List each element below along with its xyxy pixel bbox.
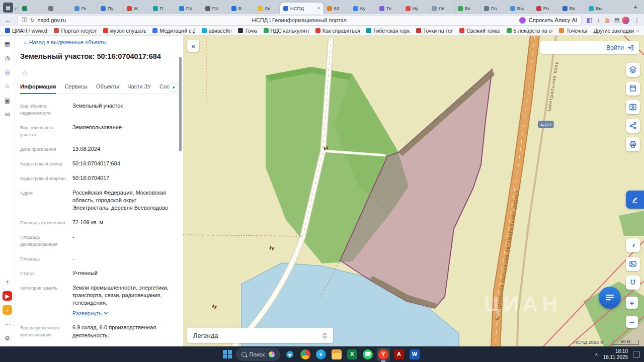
rail-icon[interactable]: ⚙ bbox=[3, 333, 12, 343]
print-button[interactable] bbox=[626, 137, 640, 151]
zoom-out-button[interactable]: − bbox=[626, 316, 638, 328]
browser-tab[interactable]: Вы bbox=[585, 3, 611, 14]
browser-tab[interactable]: Ве bbox=[454, 3, 480, 14]
new-tab-button[interactable]: + bbox=[631, 3, 640, 12]
url-text[interactable]: nspd.gov.ru bbox=[37, 17, 66, 23]
bookmark-item[interactable]: Как справиться с bbox=[315, 28, 360, 34]
browser-tab[interactable]: Ку bbox=[350, 3, 376, 14]
omnibox[interactable]: ⓘ ↻ nspd.gov.ru НСПД | Геоинформационный… bbox=[17, 15, 582, 26]
bookmark-item[interactable]: НДС калькулятор bbox=[264, 28, 309, 34]
browser-tab[interactable]: Пу bbox=[97, 3, 123, 14]
browser-tab[interactable]: Ли bbox=[428, 3, 454, 14]
share-button[interactable] bbox=[626, 119, 640, 133]
rail-icon[interactable]: ◎ bbox=[3, 67, 12, 77]
ask-alice-button[interactable]: Спросить Алису AI bbox=[519, 17, 577, 24]
browser-tab[interactable]: По bbox=[480, 3, 507, 14]
browser-tab[interactable] bbox=[45, 3, 71, 14]
taskbar-app-button[interactable]: W bbox=[408, 348, 421, 361]
rail-icon[interactable]: ☆ bbox=[3, 81, 12, 91]
bookmark-item[interactable]: Точка bbox=[238, 28, 257, 34]
taskbar-app-button[interactable]: ● bbox=[299, 348, 312, 361]
browser-tab[interactable]: П bbox=[149, 3, 176, 14]
other-bookmarks-button[interactable]: Другие закладки » bbox=[594, 28, 639, 34]
panel-scrollbar[interactable] bbox=[179, 57, 182, 151]
favorite-star-icon[interactable]: ☆ bbox=[21, 68, 30, 77]
rail-icon[interactable]: ♪ bbox=[3, 305, 12, 315]
legend-dropdown[interactable]: Легенда bbox=[187, 328, 333, 343]
rail-icon[interactable]: ◷ bbox=[3, 53, 12, 63]
browser-tab[interactable]: Те bbox=[376, 3, 402, 14]
panorama-button[interactable] bbox=[626, 257, 640, 271]
zoom-in-button[interactable]: + bbox=[626, 297, 638, 309]
taskbar-app-button[interactable]: ▶ bbox=[283, 348, 296, 361]
rail-icon[interactable]: ✉ bbox=[3, 110, 12, 119]
rail-icon[interactable]: ▣ bbox=[3, 96, 12, 105]
bookmark-item[interactable]: авиасейлс bbox=[202, 28, 231, 34]
login-icon[interactable] bbox=[627, 44, 634, 51]
bookmark-item[interactable]: Точечный bbox=[559, 28, 587, 34]
map-canvas[interactable]: Центральная кольцевая автомобильная доро… bbox=[183, 36, 644, 346]
browser-tab[interactable]: Ге bbox=[71, 3, 97, 14]
browser-tab[interactable]: Ж bbox=[123, 3, 149, 14]
panel-collapse-button[interactable]: « bbox=[187, 40, 199, 52]
taskbar-search[interactable]: Поиск bbox=[236, 348, 280, 360]
bookmark-item[interactable]: Портал госуслуг bbox=[54, 28, 96, 34]
panel-tab[interactable]: Сервисы bbox=[64, 83, 88, 94]
calendar-button[interactable] bbox=[626, 81, 640, 96]
browser-tab[interactable]: Ве bbox=[559, 3, 585, 14]
bookmark-item[interactable]: Свежий томатн bbox=[459, 28, 500, 34]
tabs-scroll-right-button[interactable] bbox=[170, 83, 178, 92]
draw-edit-button[interactable] bbox=[626, 191, 644, 209]
toolbar-icon[interactable]: ↓ bbox=[597, 17, 600, 24]
login-label[interactable]: Войти bbox=[606, 44, 624, 51]
tray-chevron-icon[interactable]: ∧ bbox=[595, 352, 598, 357]
browser-tab[interactable]: В bbox=[228, 3, 254, 14]
browser-tab[interactable]: НСПД bbox=[280, 3, 324, 14]
taskbar-clock[interactable]: 18:10 18.11.2025 bbox=[603, 348, 628, 360]
browser-tab[interactable] bbox=[19, 3, 45, 14]
taskbar-app-button[interactable]: e bbox=[314, 348, 328, 361]
rail-icon[interactable]: ⋯ bbox=[3, 319, 12, 329]
site-info-icon[interactable]: ⓘ bbox=[22, 17, 27, 24]
taskbar-app-button[interactable]: A bbox=[392, 348, 406, 361]
toolbar-icon[interactable]: ▤ bbox=[614, 17, 620, 24]
panel-tab[interactable]: Информация bbox=[20, 83, 56, 94]
browser-menu-icon[interactable]: ⋮ bbox=[634, 17, 640, 24]
bookmark-item[interactable]: 5 лекарств на осн bbox=[507, 28, 553, 34]
panel-tab[interactable]: Объекты bbox=[96, 83, 119, 94]
back-icon[interactable]: ← bbox=[3, 17, 13, 24]
browser-tab[interactable]: Вы bbox=[507, 3, 533, 14]
toolbar-icon[interactable]: ◍ bbox=[604, 17, 609, 24]
tab-panels-button[interactable]: ▦ bbox=[3, 3, 13, 13]
browser-tab[interactable]: По bbox=[202, 3, 228, 14]
profile-avatar[interactable] bbox=[622, 17, 629, 24]
taskbar-app-button[interactable]: Y bbox=[377, 348, 390, 361]
browser-tab[interactable]: 63 bbox=[324, 3, 350, 14]
browser-tab[interactable]: Ро bbox=[533, 3, 559, 14]
magnet-button[interactable] bbox=[626, 276, 640, 290]
taskbar-app-button[interactable]: ☎ bbox=[361, 348, 374, 361]
browser-tab[interactable]: Ну bbox=[402, 3, 428, 14]
expand-link[interactable]: Развернуть bbox=[72, 310, 173, 317]
rail-icon[interactable]: ▦ bbox=[3, 39, 12, 49]
toolbar-icon[interactable]: ◧ bbox=[587, 17, 592, 24]
bookmark-item[interactable]: Медитаций с Ди bbox=[152, 28, 195, 34]
chat-assistant-button[interactable] bbox=[599, 287, 621, 309]
rail-icon[interactable]: ▶ bbox=[3, 291, 12, 301]
tab-list-chevron-icon[interactable]: ∨ bbox=[14, 7, 17, 11]
reload-icon[interactable]: ↻ bbox=[30, 17, 35, 23]
bookmark-item[interactable]: ЦИАН / www.dar bbox=[5, 28, 47, 34]
notification-center-icon[interactable] bbox=[633, 351, 640, 358]
bookmark-item[interactable]: Точки на теле bbox=[416, 28, 453, 34]
locate-button[interactable] bbox=[626, 238, 640, 252]
browser-tab[interactable]: По bbox=[176, 3, 202, 14]
browser-tab[interactable]: Ли bbox=[254, 3, 280, 14]
object-card-button[interactable] bbox=[626, 100, 640, 114]
rail-icon[interactable]: + bbox=[3, 277, 12, 287]
start-button[interactable] bbox=[223, 350, 232, 359]
panel-tab[interactable]: Части ЗУ bbox=[127, 83, 151, 94]
back-to-selected-link[interactable]: ‹ Назад в выделенные объекты bbox=[24, 39, 183, 45]
bookmark-item[interactable]: музон слушать к bbox=[103, 28, 146, 34]
bookmark-item[interactable]: Тибетская гормо bbox=[366, 28, 410, 34]
taskbar-app-button[interactable]: X bbox=[346, 348, 359, 361]
